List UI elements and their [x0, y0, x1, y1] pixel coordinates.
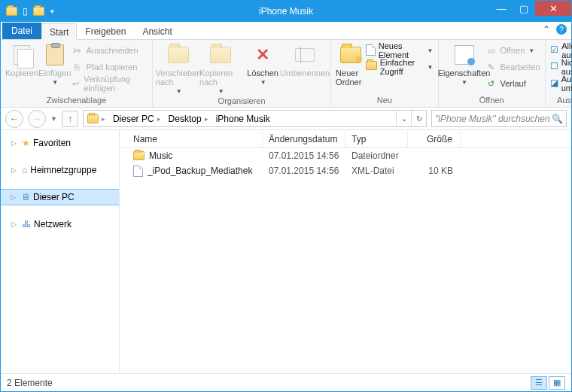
ribbon-group-select: ☑Alles auswählen ☐Nichts auswählen ◪Ausw… — [546, 40, 572, 107]
file-rows: Music07.01.2015 14:56Dateiordner_iPod_Ba… — [120, 148, 571, 373]
breadcrumb-current[interactable]: iPhone Musik — [212, 111, 274, 126]
details-view-button[interactable]: ☰ — [531, 376, 547, 390]
rename-button[interactable]: Umbenennen — [284, 41, 326, 77]
open-button[interactable]: ▭Öffnen▼ — [485, 43, 540, 58]
group-label: Öffnen — [443, 94, 540, 107]
tab-file[interactable]: Datei — [2, 23, 41, 39]
minimize-button[interactable]: — — [490, 1, 513, 16]
ribbon-tabs: Datei Start Freigeben Ansicht ⌃ ? — [1, 22, 571, 40]
search-icon: 🔍 — [552, 114, 563, 124]
history-button[interactable]: ↺Verlauf — [485, 76, 540, 91]
breadcrumb-root[interactable]: ▸ — [84, 111, 109, 126]
chevron-down-icon: ▼ — [461, 79, 467, 86]
col-size[interactable]: Größe — [408, 130, 461, 147]
paste-shortcut-button[interactable]: ↩Verknüpfung einfügen — [71, 76, 148, 91]
search-input[interactable]: "iPhone Musik" durchsuchen 🔍 — [431, 110, 567, 127]
file-date: 07.01.2015 14:56 — [263, 150, 345, 161]
chevron-right-icon[interactable]: ▸ — [205, 115, 208, 123]
expand-icon[interactable]: ▷ — [11, 139, 19, 147]
copy-to-button[interactable]: Kopieren nach▼ — [199, 41, 242, 95]
paste-button[interactable]: Einfügen ▼ — [38, 41, 71, 86]
history-icon: ↺ — [485, 77, 497, 90]
recent-dropdown-icon[interactable]: ▼ — [50, 115, 57, 123]
expand-icon[interactable]: ▷ — [11, 220, 19, 228]
edit-button[interactable]: ✎Bearbeiten — [485, 59, 540, 74]
newitem-icon — [366, 44, 376, 56]
expand-icon[interactable]: ▷ — [11, 166, 19, 174]
nav-thispc[interactable]: ▷🖥Dieser PC — [1, 189, 119, 205]
table-row[interactable]: Music07.01.2015 14:56Dateiordner — [120, 148, 571, 163]
newfolder-qat-icon[interactable] — [32, 5, 44, 17]
new-folder-button[interactable]: ✵ Neuer Ordner — [336, 41, 366, 87]
invert-selection-button[interactable]: ◪Auswahl umkehren — [550, 76, 572, 91]
tab-start[interactable]: Start — [41, 23, 77, 40]
quick-access-toolbar: ▯ ▾ — [1, 5, 58, 17]
qat-dropdown-icon[interactable]: ▾ — [46, 5, 58, 17]
select-all-button[interactable]: ☑Alles auswählen — [550, 43, 572, 58]
address-bar[interactable]: ▸ Dieser PC▸ Desktop▸ iPhone Musik ⌄ ↻ — [83, 110, 427, 127]
back-button[interactable]: ← — [5, 110, 23, 128]
delete-button[interactable]: ✕ Löschen▼ — [242, 41, 284, 86]
easy-access-button[interactable]: Einfacher Zugriff▼ — [366, 59, 434, 74]
col-date[interactable]: Änderungsdatum — [263, 130, 345, 147]
help-icon[interactable]: ? — [556, 24, 567, 35]
breadcrumb-desktop[interactable]: Desktop▸ — [165, 111, 212, 126]
group-label: Auswählen — [550, 94, 572, 107]
close-button[interactable]: ✕ — [535, 1, 571, 16]
status-bar: 2 Elemente ☰ ▦ — [1, 373, 571, 391]
chevron-down-icon: ▼ — [427, 47, 434, 54]
copy-icon — [10, 43, 34, 67]
nav-homegroup[interactable]: ▷⌂Heimnetzgruppe — [1, 162, 119, 178]
move-to-button[interactable]: Verschieben nach▼ — [157, 41, 199, 95]
breadcrumb-thispc[interactable]: Dieser PC▸ — [109, 111, 165, 126]
address-dropdown-button[interactable]: ⌄ — [396, 111, 411, 126]
table-row[interactable]: _iPod_Backup_Mediathek07.01.2015 14:56XM… — [120, 163, 571, 178]
ribbon-group-new: ✵ Neuer Ordner Neues Element▼ Einfacher … — [331, 40, 438, 107]
col-type[interactable]: Typ — [345, 130, 408, 147]
ribbon-help: ⌃ ? — [543, 24, 567, 35]
computer-icon: 🖥 — [21, 192, 30, 202]
file-date: 07.01.2015 14:56 — [263, 166, 345, 176]
window-controls: — ▢ ✕ — [490, 7, 571, 16]
file-icon — [133, 166, 143, 177]
network-icon: 🖧 — [22, 219, 31, 229]
copy-button[interactable]: Kopieren — [5, 41, 38, 77]
tab-view[interactable]: Ansicht — [134, 23, 180, 39]
up-button[interactable]: ↑ — [62, 111, 78, 127]
expand-icon[interactable]: ▷ — [11, 193, 18, 201]
body: ▷★Favoriten ▷⌂Heimnetzgruppe ▷🖥Dieser PC… — [1, 130, 571, 373]
maximize-button[interactable]: ▢ — [513, 1, 535, 16]
nav-network[interactable]: ▷🖧Netzwerk — [1, 216, 119, 232]
paste-label: Einfügen — [38, 68, 71, 77]
properties-button[interactable]: Eigenschaften▼ — [443, 41, 485, 86]
select-none-button[interactable]: ☐Nichts auswählen — [550, 59, 572, 74]
title-bar: ▯ ▾ iPhone Musik — ▢ ✕ — [1, 1, 571, 22]
delete-icon: ✕ — [251, 43, 275, 67]
rename-icon — [293, 43, 317, 67]
refresh-button[interactable]: ↻ — [411, 111, 426, 126]
view-switcher: ☰ ▦ — [531, 376, 565, 390]
folder-icon — [87, 114, 99, 123]
copy-path-button[interactable]: ⎘Pfad kopieren — [71, 59, 148, 74]
file-type: Dateiordner — [345, 150, 408, 161]
group-label: Zwischenablage — [5, 94, 148, 107]
chevron-right-icon[interactable]: ▸ — [157, 115, 161, 123]
ribbon-group-organize: Verschieben nach▼ Kopieren nach▼ ✕ Lösch… — [153, 40, 331, 107]
paste-icon — [43, 43, 67, 67]
selectnone-icon: ☐ — [550, 61, 558, 73]
chevron-down-icon: ▼ — [528, 47, 534, 54]
col-name[interactable]: Name — [120, 130, 263, 147]
ribbon-group-open: Eigenschaften▼ ▭Öffnen▼ ✎Bearbeiten ↺Ver… — [439, 40, 546, 107]
nav-favorites[interactable]: ▷★Favoriten — [1, 135, 119, 151]
tab-share[interactable]: Freigeben — [77, 23, 134, 39]
window-title: iPhone Musik — [1, 6, 571, 17]
icons-view-button[interactable]: ▦ — [549, 376, 565, 390]
cut-button[interactable]: ✂Ausschneiden — [71, 43, 148, 58]
group-label: Neu — [336, 94, 433, 107]
properties-qat-icon[interactable]: ▯ — [19, 5, 31, 17]
collapse-ribbon-icon[interactable]: ⌃ — [543, 24, 550, 35]
chevron-down-icon: ▼ — [260, 79, 266, 86]
forward-button[interactable]: → — [28, 110, 46, 128]
chevron-right-icon[interactable]: ▸ — [102, 115, 105, 123]
new-item-button[interactable]: Neues Element▼ — [366, 43, 434, 58]
